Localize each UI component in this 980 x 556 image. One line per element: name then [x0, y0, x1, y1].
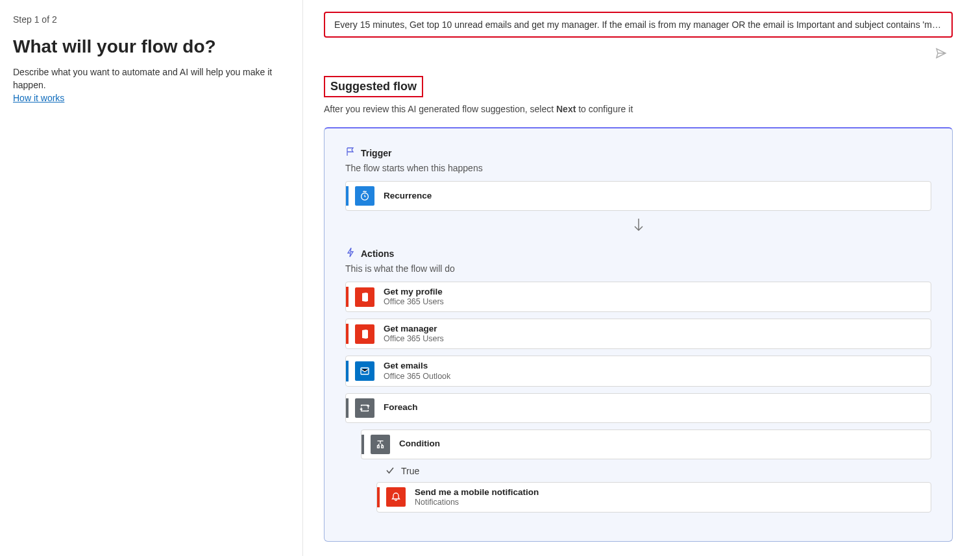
step-title: Send me a mobile notification	[415, 487, 539, 498]
step-title: Condition	[399, 439, 440, 449]
action-condition[interactable]: Condition	[361, 429, 931, 459]
send-icon	[935, 47, 948, 60]
bell-icon	[386, 487, 406, 507]
step-text: Get emails Office 365 Outlook	[384, 361, 450, 381]
step-subtitle: Office 365 Users	[384, 334, 444, 344]
true-body: Send me a mobile notification Notificati…	[376, 482, 931, 513]
flag-icon	[345, 147, 356, 159]
step-accent	[346, 186, 349, 206]
step-title: Recurrence	[384, 191, 432, 201]
suggested-desc-bold: Next	[556, 104, 576, 114]
flow-card: Trigger The flow starts when this happen…	[324, 127, 953, 542]
suggested-desc-after: to configure it	[576, 104, 633, 114]
right-panel: Every 15 minutes, Get top 10 unread emai…	[303, 0, 980, 556]
step-subtitle: Office 365 Users	[384, 297, 444, 307]
action-get-emails[interactable]: Get emails Office 365 Outlook	[345, 356, 931, 386]
actions-label: Actions	[361, 248, 394, 259]
action-get-manager[interactable]: Get manager Office 365 Users	[345, 319, 931, 349]
step-accent	[346, 287, 349, 307]
clock-icon	[355, 186, 374, 206]
step-accent	[346, 361, 349, 381]
action-foreach[interactable]: Foreach	[345, 393, 931, 423]
step-accent	[361, 435, 364, 454]
prompt-input[interactable]: Every 15 minutes, Get top 10 unread emai…	[324, 12, 953, 38]
office-icon	[355, 287, 374, 307]
send-button[interactable]	[932, 44, 950, 64]
condition-true-branch: True	[386, 466, 931, 477]
office-icon	[355, 324, 374, 344]
true-label: True	[401, 466, 419, 476]
step-count: Step 1 of 2	[13, 14, 289, 25]
step-accent	[377, 487, 380, 507]
action-send-notification[interactable]: Send me a mobile notification Notificati…	[376, 482, 931, 513]
page-description: Describe what you want to automate and A…	[13, 66, 289, 91]
trigger-section-head: Trigger	[345, 147, 931, 159]
condition-icon	[371, 435, 390, 454]
trigger-label: Trigger	[361, 148, 391, 158]
step-text: Foreach	[384, 402, 418, 413]
action-get-my-profile[interactable]: Get my profile Office 365 Users	[345, 282, 931, 312]
actions-subtitle: This is what the flow will do	[345, 263, 931, 274]
actions-section-head: Actions	[345, 247, 931, 260]
trigger-subtitle: The flow starts when this happens	[345, 163, 931, 173]
arrow-down-icon	[345, 217, 931, 233]
suggested-heading: Suggested flow	[324, 76, 423, 97]
step-title: Get my profile	[384, 287, 444, 297]
lightning-icon	[345, 247, 356, 260]
how-it-works-link[interactable]: How it works	[13, 93, 64, 103]
left-panel: Step 1 of 2 What will your flow do? Desc…	[0, 0, 303, 556]
step-title: Get manager	[384, 324, 444, 334]
check-icon	[386, 466, 395, 477]
trigger-recurrence[interactable]: Recurrence	[345, 181, 931, 211]
step-text: Get my profile Office 365 Users	[384, 287, 444, 307]
send-row	[324, 40, 953, 76]
step-text: Condition	[399, 439, 440, 449]
step-text: Send me a mobile notification Notificati…	[415, 487, 539, 507]
step-title: Foreach	[384, 402, 418, 413]
suggested-description: After you review this AI generated flow …	[324, 104, 953, 114]
outlook-icon	[355, 361, 374, 381]
step-text: Recurrence	[384, 191, 432, 201]
step-accent	[346, 398, 349, 418]
suggested-desc-text: After you review this AI generated flow …	[324, 104, 556, 114]
page-title: What will your flow do?	[13, 36, 289, 57]
step-accent	[346, 324, 349, 344]
step-subtitle: Notifications	[415, 498, 539, 507]
step-title: Get emails	[384, 361, 450, 371]
foreach-body: Condition True Send me a mobile notifica…	[361, 429, 931, 513]
loop-icon	[355, 398, 374, 418]
step-text: Get manager Office 365 Users	[384, 324, 444, 344]
step-subtitle: Office 365 Outlook	[384, 372, 450, 381]
